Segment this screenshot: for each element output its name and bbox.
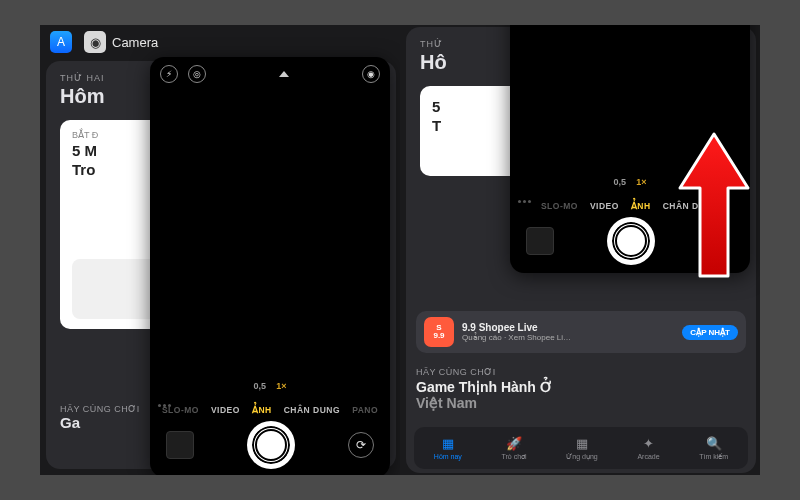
list-item[interactable]: S 9.9 9.9 Shopee Live Quảng cáo · Xem Sh… [416,311,746,353]
mode-photo[interactable]: ẢNH [252,405,272,415]
zoom-1x[interactable]: 1× [636,177,646,187]
apps-icon: ▦ [576,436,588,451]
mode-video[interactable]: VIDEO [590,201,619,211]
zoom-row: 0,5 1× [150,381,390,391]
list-item-text: 9.9 Shopee Live Quảng cáo · Xem Shopee L… [462,322,571,342]
appstore-icon[interactable]: A [50,31,72,53]
mode-portrait[interactable]: CHÂN DUNG [663,201,719,211]
left-panel: A ◉ Camera THỨ HAI Hôm BẮT Đ 5 M Tro HÃY… [40,25,400,475]
app-list: S 9.9 9.9 Shopee Live Quảng cáo · Xem Sh… [416,311,746,411]
zoom-row: 0,5 1× [510,177,750,187]
zoom-1x[interactable]: 1× [276,381,286,391]
camera-glyph: ◉ [90,35,101,50]
zoom-0-5[interactable]: 0,5 [614,177,627,187]
search-icon: 🔍 [706,436,722,451]
app-switcher-header: A ◉ Camera [50,31,158,53]
games-icon: 🚀 [506,436,522,451]
section-kicker: HÃY CÙNG CHƠI [416,367,746,377]
right-panel: THỨ Hô 5 T S 9.9 9.9 Shopee Live Quảng c… [400,25,760,475]
flip-icon: ⟳ [356,438,366,452]
shutter-button[interactable] [249,423,293,467]
tab-label: Ứng dụng [566,453,597,461]
tab-search[interactable]: 🔍Tìm kiếm [699,436,728,461]
list-item-sub: Quảng cáo · Xem Shopee Li… [462,333,571,342]
camera-card[interactable]: ⚡︎ ◎ ◉ 0,5 1× SLO-MO VIDEO ẢNH CHÂN DUNG… [150,57,390,475]
section-title-1: Game Thịnh Hành Ở [416,379,746,395]
games-section: HÃY CÙNG CHƠI Game Thịnh Hành Ở Việt Nam [416,361,746,411]
tab-arcade[interactable]: ✦Arcade [637,436,659,460]
mode-slomo[interactable]: SLO-MO [541,201,578,211]
filters-button[interactable]: ◉ [362,65,380,83]
zoom-0-5[interactable]: 0,5 [254,381,267,391]
tab-label: Tìm kiếm [699,453,728,461]
mode-row: SLO-MO VIDEO ẢNH CHÂN DUNG PANO [150,405,390,415]
section-title-2: Việt Nam [416,395,746,411]
last-photo-thumb[interactable] [526,227,554,255]
mode-pano[interactable]: PANO [352,405,378,415]
mode-row: SLO-MO VIDEO ẢNH CHÂN DUNG [510,201,750,211]
tab-label: Trò chơi [502,453,527,461]
shutter-button[interactable] [609,219,653,263]
chevron-up-icon[interactable] [279,71,289,77]
update-button[interactable]: CẬP NHẬT [682,325,738,340]
camera-top-bar: ⚡︎ ◎ ◉ [150,57,390,91]
tab-games[interactable]: 🚀Trò chơi [502,436,527,461]
tab-label: Arcade [637,453,659,460]
live-icon: ◎ [193,69,201,79]
mode-photo[interactable]: ẢNH [631,201,651,211]
shopee-icon: S 9.9 [424,317,454,347]
live-toggle[interactable]: ◎ [188,65,206,83]
tab-today[interactable]: ▦Hôm nay [434,436,462,460]
shopee-badge-99: 9.9 [433,332,444,340]
mode-portrait[interactable]: CHÂN DUNG [284,405,340,415]
flash-toggle[interactable]: ⚡︎ [160,65,178,83]
filters-icon: ◉ [367,69,375,79]
camera-card-raised[interactable]: 0,5 1× SLO-MO VIDEO ẢNH CHÂN DUNG [510,25,750,273]
camera-controls: ⟳ [150,423,390,467]
arcade-icon: ✦ [643,436,654,451]
appstore-tabbar: ▦Hôm nay 🚀Trò chơi ▦Ứng dụng ✦Arcade 🔍Tì… [414,427,748,469]
list-item-title: 9.9 Shopee Live [462,322,571,333]
today-icon: ▦ [442,436,454,451]
last-photo-thumb[interactable] [166,431,194,459]
mode-video[interactable]: VIDEO [211,405,240,415]
appstore-glyph: A [57,35,65,49]
camera-controls [510,219,750,263]
tab-apps[interactable]: ▦Ứng dụng [566,436,597,461]
camera-app-icon[interactable]: ◉ [84,31,106,53]
mode-slomo[interactable]: SLO-MO [162,405,199,415]
flip-camera-button[interactable]: ⟳ [348,432,374,458]
camera-app-label: Camera [112,35,158,50]
flash-icon: ⚡︎ [166,69,172,79]
tab-label: Hôm nay [434,453,462,460]
